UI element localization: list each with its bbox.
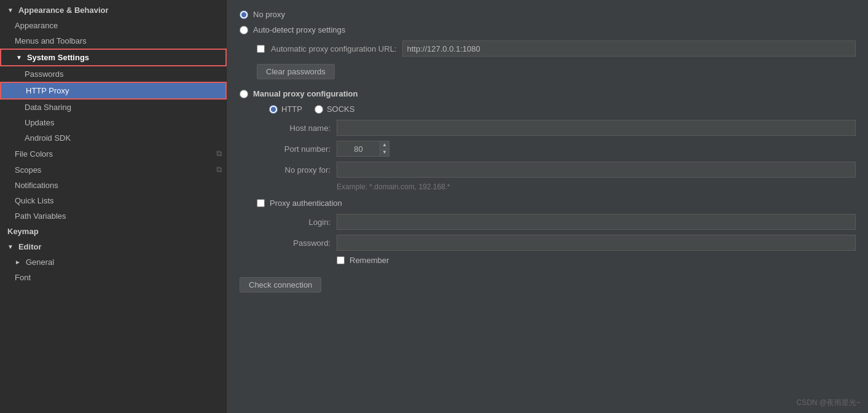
auto-config-url-input[interactable]: [402, 41, 856, 57]
port-decrement-button[interactable]: ▼: [380, 149, 389, 157]
appearance-behavior-label: Appearance & Behavior: [18, 6, 109, 15]
socks-label[interactable]: SOCKS: [327, 104, 355, 114]
sidebar: ▼ Appearance & Behavior Appearance Menus…: [0, 0, 227, 413]
host-name-label: Host name:: [257, 124, 337, 133]
path-variables-label: Path Variables: [15, 211, 66, 221]
triangle-icon: ▼: [7, 7, 14, 14]
check-connection-button[interactable]: Check connection: [240, 277, 321, 293]
login-label: Login:: [257, 218, 337, 227]
auto-detect-label[interactable]: Auto-detect proxy settings: [253, 25, 345, 34]
proxy-auth-row: Proxy authentication: [240, 199, 856, 208]
password-row: Password:: [240, 235, 856, 251]
port-wrapper: ▲ ▼: [337, 141, 389, 157]
login-input[interactable]: [337, 214, 856, 230]
port-increment-button[interactable]: ▲: [380, 141, 389, 149]
copy-icon: ⧉: [216, 149, 222, 159]
sidebar-item-android-sdk[interactable]: Android SDK: [0, 130, 227, 146]
main-content: No proxy Auto-detect proxy settings Auto…: [227, 0, 868, 413]
triangle-icon: ►: [15, 259, 21, 266]
port-input[interactable]: [337, 141, 380, 157]
host-name-row: Host name:: [240, 120, 856, 136]
updates-label: Updates: [25, 118, 54, 127]
sidebar-item-appearance[interactable]: Appearance: [0, 18, 227, 33]
passwords-label: Passwords: [25, 69, 64, 79]
sidebar-item-notifications[interactable]: Notifications: [0, 178, 227, 193]
notifications-label: Notifications: [15, 181, 58, 190]
password-label: Password:: [257, 238, 337, 248]
proxy-auth-checkbox[interactable]: [257, 199, 265, 207]
editor-label: Editor: [18, 242, 42, 251]
remember-row: Remember: [240, 256, 856, 265]
watermark: CSDN @夜雨星光~: [796, 398, 861, 408]
no-proxy-for-row: No proxy for:: [240, 162, 856, 178]
sidebar-item-quick-lists[interactable]: Quick Lists: [0, 193, 227, 208]
scopes-label: Scopes: [15, 165, 41, 175]
font-label: Font: [15, 273, 31, 282]
password-input[interactable]: [337, 235, 856, 251]
http-label[interactable]: HTTP: [281, 104, 302, 114]
sidebar-item-scopes[interactable]: Scopes ⧉: [0, 162, 227, 178]
auto-config-url-label[interactable]: Automatic proxy configuration URL:: [271, 44, 396, 53]
sidebar-item-http-proxy[interactable]: HTTP Proxy: [0, 82, 227, 100]
android-sdk-label: Android SDK: [25, 133, 71, 143]
auto-detect-radio[interactable]: [240, 26, 248, 34]
triangle-icon: ▼: [16, 54, 22, 61]
proxy-auth-label[interactable]: Proxy authentication: [270, 199, 342, 208]
no-proxy-for-input[interactable]: [337, 162, 856, 178]
clear-passwords-button[interactable]: Clear passwords: [257, 64, 335, 79]
general-label: General: [26, 258, 54, 267]
sidebar-item-menus-toolbars[interactable]: Menus and Toolbars: [0, 33, 227, 49]
triangle-icon: ▼: [7, 243, 14, 250]
sidebar-item-file-colors[interactable]: File Colors ⧉: [0, 146, 227, 162]
auto-config-url-row: Automatic proxy configuration URL:: [240, 41, 856, 57]
http-proxy-label: HTTP Proxy: [26, 86, 69, 95]
http-protocol-radio[interactable]: [269, 105, 278, 114]
example-text: Example: *.domain.com, 192.168.*: [240, 183, 856, 191]
http-socks-row: HTTP SOCKS: [240, 104, 856, 114]
clear-passwords-row: Clear passwords: [240, 64, 856, 79]
port-spin-buttons: ▲ ▼: [380, 141, 389, 157]
login-row: Login:: [240, 214, 856, 230]
sidebar-item-font[interactable]: Font: [0, 270, 227, 285]
host-name-input[interactable]: [337, 120, 856, 136]
remember-label[interactable]: Remember: [350, 256, 389, 265]
menus-toolbars-label: Menus and Toolbars: [15, 36, 87, 45]
sidebar-item-appearance-behavior[interactable]: ▼ Appearance & Behavior: [0, 2, 227, 18]
no-proxy-radio[interactable]: [240, 10, 248, 19]
sidebar-item-path-variables[interactable]: Path Variables: [0, 208, 227, 224]
port-number-label: Port number:: [257, 144, 337, 154]
no-proxy-label[interactable]: No proxy: [253, 10, 285, 19]
remember-checkbox[interactable]: [337, 256, 345, 264]
port-number-row: Port number: ▲ ▼: [240, 141, 856, 157]
sidebar-item-updates[interactable]: Updates: [0, 115, 227, 130]
system-settings-label: System Settings: [27, 53, 89, 62]
quick-lists-label: Quick Lists: [15, 196, 54, 205]
manual-proxy-radio[interactable]: [240, 90, 248, 98]
check-connection-row: Check connection: [240, 277, 856, 293]
sidebar-item-system-settings[interactable]: ▼ System Settings: [0, 49, 227, 66]
sidebar-item-keymap[interactable]: Keymap: [0, 224, 227, 239]
manual-proxy-label[interactable]: Manual proxy configuration: [253, 89, 358, 98]
sidebar-item-editor[interactable]: ▼ Editor: [0, 239, 227, 254]
no-proxy-for-label: No proxy for:: [257, 165, 337, 175]
manual-proxy-row: Manual proxy configuration: [240, 89, 856, 98]
sidebar-item-data-sharing[interactable]: Data Sharing: [0, 100, 227, 115]
sidebar-item-passwords[interactable]: Passwords: [0, 66, 227, 82]
copy-icon: ⧉: [216, 165, 222, 175]
keymap-label: Keymap: [7, 227, 39, 236]
auto-detect-row: Auto-detect proxy settings: [240, 25, 856, 34]
file-colors-label: File Colors: [15, 149, 53, 159]
sidebar-item-general[interactable]: ► General: [0, 254, 227, 270]
socks-protocol-radio[interactable]: [315, 105, 323, 114]
data-sharing-label: Data Sharing: [25, 103, 71, 112]
no-proxy-row: No proxy: [240, 10, 856, 19]
auto-config-checkbox[interactable]: [257, 45, 265, 53]
appearance-label: Appearance: [15, 21, 58, 30]
